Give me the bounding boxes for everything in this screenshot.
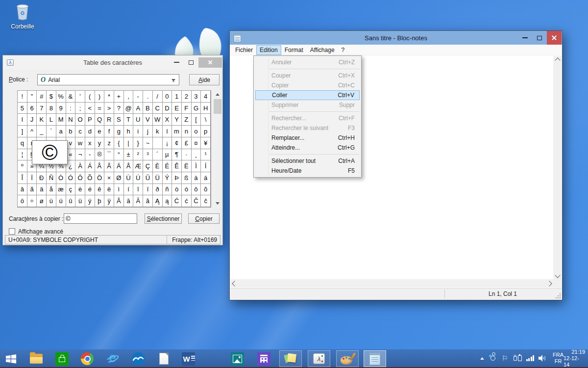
character-cell[interactable]: X — [163, 114, 172, 126]
character-cell[interactable]: þ — [95, 195, 105, 207]
character-cell[interactable]: å — [47, 184, 56, 196]
photos-app-icon[interactable] — [230, 352, 244, 366]
character-cell[interactable]: y — [95, 137, 105, 149]
character-cell[interactable]: á — [201, 172, 211, 184]
character-cell[interactable]: ą — [163, 195, 172, 207]
character-cell[interactable]: ^ — [27, 126, 37, 137]
character-cell[interactable]: ð — [153, 184, 163, 196]
character-cell[interactable]: Õ — [85, 172, 95, 184]
sticky-notes-taskbar-button[interactable] — [279, 350, 302, 367]
character-cell[interactable]: ì — [114, 184, 124, 196]
character-cell[interactable]: ý — [85, 195, 95, 207]
character-cell[interactable]: í — [124, 184, 134, 196]
character-cell[interactable]: K — [37, 114, 47, 126]
character-cell[interactable]: C — [153, 103, 163, 114]
character-cell[interactable]: æ — [56, 184, 66, 196]
character-cell[interactable]: m — [172, 126, 182, 137]
character-cell[interactable]: Ą — [153, 195, 163, 207]
network-signal-icon[interactable] — [525, 349, 535, 367]
desktop[interactable]: { "desktop": { "recycle_bin_label": "Cor… — [0, 0, 588, 368]
maximize-button[interactable] — [184, 55, 198, 69]
menu-format[interactable]: Format — [281, 45, 307, 55]
select-button[interactable]: Sélectionner — [145, 213, 182, 224]
character-cell[interactable]: ~ — [143, 137, 153, 149]
character-cell[interactable]: Þ — [172, 172, 182, 184]
character-cell[interactable]: ë — [104, 184, 114, 196]
menu-item-heuredate[interactable]: Heure/DateF5 — [254, 166, 361, 176]
character-cell[interactable]: Ö — [95, 172, 105, 184]
character-cell[interactable]: ` — [47, 126, 56, 137]
character-cell[interactable]: ³ — [143, 149, 153, 161]
character-cell[interactable]: Q — [95, 114, 105, 126]
character-cell[interactable]: S — [114, 114, 124, 126]
character-cell[interactable]: é — [85, 184, 95, 196]
character-cell[interactable]: _ — [37, 126, 47, 137]
character-cell[interactable]: Ç — [143, 160, 153, 172]
character-cell[interactable]: ã — [27, 184, 37, 196]
character-cell[interactable]: l — [163, 126, 172, 137]
character-cell[interactable]: ï — [143, 184, 153, 196]
character-cell[interactable]: · — [182, 149, 192, 161]
menu-affichage[interactable]: Affichage — [307, 45, 338, 55]
character-cell[interactable]: ¡ — [163, 137, 172, 149]
character-cell[interactable]: p — [201, 126, 211, 137]
menu-fichier[interactable]: Fichier — [232, 45, 256, 55]
character-cell[interactable]: ä — [37, 184, 47, 196]
character-cell[interactable]: I — [18, 114, 27, 126]
microsoft-word-icon[interactable]: W — [181, 352, 195, 366]
character-cell[interactable]: ? — [114, 103, 124, 114]
character-cell[interactable]: ß — [182, 172, 192, 184]
scroll-down-button[interactable] — [553, 271, 562, 279]
character-cell[interactable]: ĉ — [201, 195, 211, 207]
character-cell[interactable]: ö — [18, 195, 27, 207]
character-cell[interactable]: " — [27, 91, 37, 103]
character-cell[interactable]: 1 — [172, 91, 182, 103]
libreoffice-writer-icon[interactable] — [157, 352, 171, 366]
character-cell[interactable]: Ø — [114, 172, 124, 184]
character-cell[interactable]: ÿ — [104, 195, 114, 207]
character-cell[interactable]: { — [114, 137, 124, 149]
character-cell[interactable]: Ô — [75, 172, 85, 184]
character-cell[interactable]: ô — [192, 184, 201, 196]
character-cell[interactable]: £ — [182, 137, 192, 149]
character-cell[interactable]: ¬ — [75, 149, 85, 161]
charmap-scrollbar[interactable] — [213, 90, 222, 208]
character-cell[interactable]: Î — [18, 172, 27, 184]
character-cell[interactable]: a — [56, 126, 66, 137]
character-cell[interactable]: ) — [95, 91, 105, 103]
character-cell[interactable]: Ă — [133, 195, 143, 207]
character-cell[interactable]: ¹ — [201, 149, 211, 161]
character-cell[interactable]: M — [56, 114, 66, 126]
character-cell[interactable]: V — [143, 114, 153, 126]
menu-item-remplacer[interactable]: Remplacer...Ctrl+H — [254, 133, 361, 143]
scroll-up-button[interactable] — [213, 90, 222, 99]
character-cell[interactable]: 2 — [182, 91, 192, 103]
character-cell[interactable]: G — [192, 103, 201, 114]
character-cell[interactable]: Ä — [114, 160, 124, 172]
character-cell[interactable]: k — [153, 126, 163, 137]
character-cell[interactable]: H — [201, 103, 211, 114]
character-cell[interactable]: Á — [85, 160, 95, 172]
character-cell[interactable]: ò — [172, 184, 182, 196]
character-cell[interactable]: W — [153, 114, 163, 126]
maximize-button[interactable] — [532, 31, 547, 45]
windows-store-icon[interactable] — [55, 352, 69, 366]
character-cell[interactable]: ¸ — [192, 149, 201, 161]
character-cell[interactable]: ® — [95, 149, 105, 161]
font-select[interactable]: O Arial — [37, 74, 179, 85]
character-cell[interactable]: d — [85, 126, 95, 137]
character-cell[interactable]: w — [75, 137, 85, 149]
character-cell[interactable]: ] — [18, 126, 27, 137]
character-cell[interactable] — [153, 137, 163, 149]
character-cell[interactable]: J — [27, 114, 37, 126]
character-cell[interactable]: ¶ — [172, 149, 182, 161]
menu-edition[interactable]: Edition — [256, 45, 281, 55]
close-button[interactable] — [198, 57, 222, 68]
character-cell[interactable]: È — [153, 160, 163, 172]
character-cell[interactable]: Â — [95, 160, 105, 172]
character-cell[interactable]: e — [95, 126, 105, 137]
character-cell[interactable]: @ — [124, 103, 134, 114]
character-cell[interactable]: g — [114, 126, 124, 137]
character-cell[interactable]: Û — [143, 172, 153, 184]
character-cell[interactable]: 8 — [47, 103, 56, 114]
